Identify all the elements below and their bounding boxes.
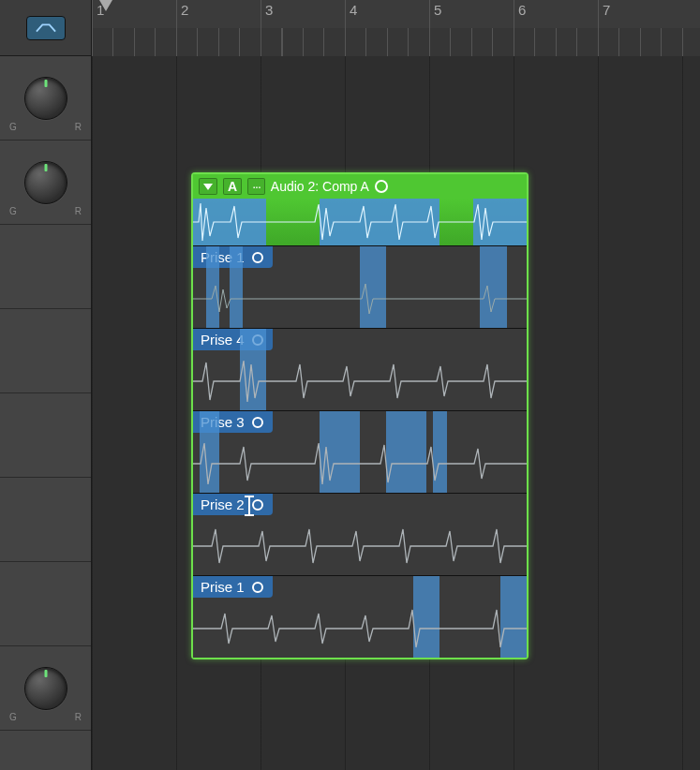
timeline-ruler[interactable]: 1 2 3 4 5 6 7	[92, 0, 700, 56]
loop-icon[interactable]	[252, 582, 263, 593]
take-name: Prise 2	[201, 496, 245, 512]
take-name: Prise 1	[201, 579, 245, 595]
take-name: Prise 4	[201, 332, 245, 348]
region-header[interactable]: A ∙∙∙ Audio 2: Comp A	[193, 174, 527, 199]
waveform-icon	[193, 199, 527, 245]
knob-label-right: R	[75, 122, 82, 132]
knob-label-right: R	[75, 206, 82, 216]
automation-toggle-button[interactable]	[26, 16, 66, 40]
comp-letter-label: A	[228, 179, 237, 194]
region-title: Audio 2: Comp A	[271, 179, 369, 194]
ruler-number: 6	[514, 0, 598, 28]
ruler-number: 3	[261, 0, 345, 28]
track-slot[interactable]	[0, 562, 91, 646]
waveform-icon	[193, 602, 527, 655]
track-slot[interactable]: G R	[0, 646, 91, 731]
knob-label-left: G	[9, 122, 17, 132]
knob-label-right: R	[75, 712, 82, 722]
take-lane[interactable]: Prise 3	[193, 410, 527, 493]
track-slot[interactable]	[0, 225, 91, 309]
automation-curve-icon	[36, 22, 56, 35]
take-label[interactable]: Prise 1	[193, 576, 273, 598]
quick-swipe-button[interactable]: ∙∙∙	[247, 178, 265, 195]
waveform-icon	[193, 437, 527, 490]
take-lane[interactable]: Prise 4	[193, 328, 527, 410]
ruler-subticks	[92, 28, 700, 56]
comp-summary-lane[interactable]	[193, 199, 527, 245]
track-slot[interactable]: G R	[0, 56, 91, 141]
take-lane[interactable]: Prise 2	[193, 493, 527, 575]
take-lane[interactable]: Prise 1	[193, 245, 527, 328]
arrange-area[interactable]: A ∙∙∙ Audio 2: Comp A Prise 1	[92, 56, 700, 770]
waveform-icon	[193, 273, 527, 325]
knob-label-left: G	[9, 712, 17, 722]
triangle-down-icon	[203, 184, 213, 190]
track-slot[interactable]	[0, 393, 91, 478]
take-lane[interactable]: Prise 1	[193, 575, 527, 658]
waveform-icon	[193, 355, 527, 407]
ruler-number: 1	[92, 0, 176, 28]
take-label[interactable]: Prise 2	[193, 494, 273, 515]
ruler-number: 4	[345, 0, 429, 28]
track-slot[interactable]: G R	[0, 141, 91, 225]
dots-icon: ∙∙∙	[252, 179, 261, 194]
track-header-gutter: G R G R G R	[0, 0, 92, 770]
pan-knob[interactable]	[24, 161, 67, 204]
gutter-top-cell	[0, 0, 91, 56]
comp-select-button[interactable]: A	[223, 178, 242, 195]
ruler-number: 7	[598, 0, 682, 28]
loop-icon[interactable]	[375, 180, 388, 193]
knob-label-left: G	[9, 206, 17, 216]
comp-region[interactable]: A ∙∙∙ Audio 2: Comp A Prise 1	[191, 172, 529, 659]
loop-icon[interactable]	[252, 417, 263, 428]
ruler-number: 2	[176, 0, 261, 28]
track-slot[interactable]	[0, 309, 91, 393]
ruler-number: 5	[429, 0, 514, 28]
disclosure-triangle-button[interactable]	[199, 178, 217, 195]
ruler-bar-numbers: 1 2 3 4 5 6 7	[92, 0, 700, 28]
track-slot[interactable]	[0, 478, 91, 562]
pan-knob[interactable]	[24, 77, 67, 120]
loop-icon[interactable]	[252, 252, 263, 263]
pan-knob[interactable]	[24, 667, 67, 710]
waveform-icon	[193, 520, 527, 572]
loop-icon[interactable]	[252, 499, 263, 511]
